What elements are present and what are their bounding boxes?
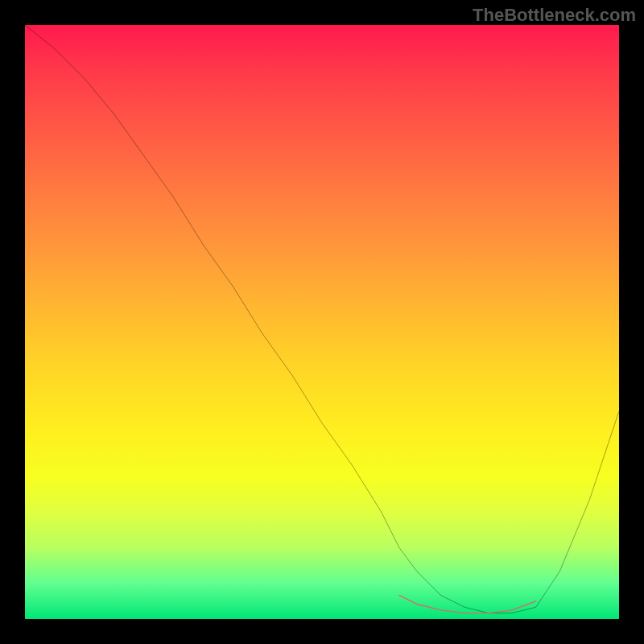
watermark-text: TheBottleneck.com: [473, 5, 636, 26]
chart-plot-area: [25, 25, 619, 619]
optimal-range-marker-line: [399, 595, 536, 613]
chart-svg: [25, 25, 619, 619]
bottleneck-curve-line: [25, 25, 619, 613]
